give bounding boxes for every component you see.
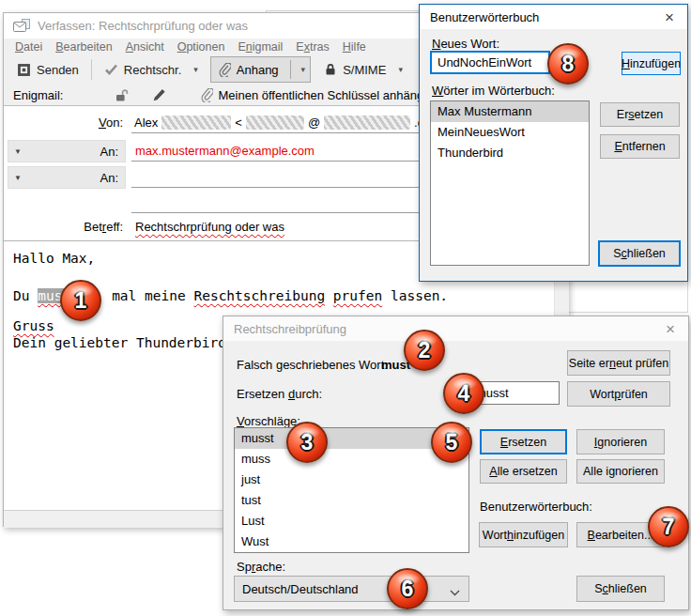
redacted-from-domain — [324, 116, 410, 130]
callout-badge-2: 2 — [404, 330, 445, 371]
recheck-page-button[interactable]: Seite erneut prüfen — [567, 350, 670, 376]
attach-split-divider — [290, 60, 291, 79]
new-word-input[interactable] — [430, 51, 550, 74]
misspelled-word[interactable]: Reschtschreibung — [193, 288, 325, 303]
misspelled-word[interactable]: Gruss — [13, 318, 54, 333]
attach-paperclip-icon — [219, 63, 231, 77]
misspelled-word[interactable]: prufen — [333, 288, 382, 303]
enigmail-lock-open-icon[interactable] — [115, 88, 129, 102]
redacted-from-local — [246, 116, 304, 130]
callout-badge-6: 6 — [387, 568, 428, 609]
callout-badge-8: 8 — [547, 43, 589, 85]
spellcheck-button[interactable]: Rechtschr. — [97, 59, 189, 81]
spellcheck-dialog-titlebar: Rechtschreibprüfung × — [223, 316, 688, 341]
from-label: Von: — [4, 116, 123, 130]
dictionary-replace-button[interactable]: Ersetzen — [600, 102, 680, 127]
spellcheck-icon — [104, 64, 118, 75]
recipient-type-dropdown-2[interactable]: ▼ An: — [8, 166, 126, 189]
send-button[interactable]: Senden — [9, 59, 86, 81]
body-text: Du — [13, 288, 38, 303]
smime-lock-icon — [324, 63, 337, 76]
replace-with-label: Ersetzen durch: — [237, 387, 322, 401]
menu-ansicht[interactable]: Ansicht — [119, 40, 171, 54]
attach-button-label: Anhang — [237, 63, 279, 77]
to-label: An: — [22, 171, 125, 185]
dictionary-dialog-titlebar: Benutzerwörterbuch × — [420, 5, 687, 29]
list-item[interactable]: Wust — [235, 531, 468, 552]
attach-button[interactable]: Anhang ▾ — [210, 56, 311, 83]
redacted-from-name — [161, 116, 231, 130]
add-word-button[interactable]: Hinzufügen — [622, 52, 681, 75]
list-item[interactable]: Lust — [235, 511, 468, 531]
send-icon — [17, 63, 31, 77]
enigmail-label: Enigmail: — [13, 88, 63, 102]
subject-label: Betreff: — [4, 220, 123, 234]
from-angle-open: < — [235, 116, 242, 130]
enigmail-pencil-icon[interactable] — [152, 88, 166, 102]
spellcheck-close-button[interactable]: Schließen — [576, 576, 665, 602]
smime-button[interactable]: S/MIME — [316, 59, 393, 81]
close-icon[interactable]: × — [660, 321, 681, 337]
spellcheck-button-label: Rechtschr. — [124, 63, 181, 77]
menu-enigmail[interactable]: Enigmail — [231, 40, 289, 54]
body-text: mal meine — [112, 288, 193, 303]
chevron-down-icon: ▼ — [8, 147, 22, 156]
language-select-value: Deutsch/Deutschland — [242, 582, 359, 596]
language-label: Sprache: — [237, 560, 285, 574]
callout-badge-5: 5 — [431, 422, 472, 463]
suggestions-label: Vorschläge: — [237, 414, 300, 428]
from-at-sign: @ — [308, 116, 320, 130]
body-text: lassen. — [382, 288, 448, 303]
body-line: Hallo Max, — [13, 251, 95, 266]
dictionary-dialog-title: Benutzerwörterbuch — [430, 10, 659, 24]
dictionary-remove-button[interactable]: Entfernen — [600, 134, 680, 159]
spellcheck-chevron-down-icon[interactable]: ▾ — [189, 65, 203, 74]
dictionary-word-list: Max Mustermann MeinNeuesWort Thunderbird — [430, 100, 590, 266]
from-name: Alex — [134, 116, 158, 130]
toolbar-separator — [91, 59, 92, 80]
spellcheck-dialog-title: Rechtschreibprüfung — [234, 322, 660, 336]
menu-extras[interactable]: Extras — [289, 40, 335, 54]
spellcheck-dialog: Rechtschreibprüfung × Falsch geschrieben… — [223, 316, 689, 610]
callout-badge-1: 1 — [60, 280, 101, 321]
callout-badge-3: 3 — [286, 422, 328, 463]
smime-button-label: S/MIME — [343, 63, 386, 77]
body-line: Dein geliebter Thunderbird — [13, 335, 226, 350]
compose-window-icon — [13, 19, 30, 33]
ignore-button[interactable]: Ignorieren — [576, 429, 665, 454]
compose-window-title: Verfassen: Rechtschrprüfung oder was — [38, 19, 248, 33]
check-word-button[interactable]: Wort prüfen — [567, 381, 670, 407]
replace-all-button[interactable]: Alle ersetzen — [480, 459, 567, 484]
list-item[interactable]: Max Mustermann — [431, 101, 589, 122]
user-dictionary-label: Benutzerwörterbuch: — [480, 500, 592, 514]
callout-badge-7: 7 — [648, 506, 689, 547]
screen: Verfassen: Rechtschrprüfung oder was Dat… — [0, 0, 691, 616]
list-item[interactable]: tust — [235, 490, 468, 511]
menu-bearbeiten[interactable]: Bearbeiten — [49, 40, 118, 54]
chevron-down-icon — [450, 585, 460, 599]
close-icon[interactable]: × — [659, 9, 680, 25]
ignore-all-button[interactable]: Alle ignorieren — [576, 459, 665, 484]
body-text — [325, 288, 333, 303]
attach-chevron-down-icon[interactable]: ▾ — [297, 65, 311, 74]
list-item[interactable]: MeinNeuesWort — [431, 122, 589, 143]
menu-optionen[interactable]: Optionen — [171, 40, 232, 54]
smime-chevron-down-icon[interactable]: ▾ — [393, 65, 407, 74]
add-to-dictionary-button[interactable]: Wort hinzufügen — [479, 522, 568, 547]
dictionary-close-button[interactable]: Schließen — [598, 240, 681, 267]
list-item[interactable]: just — [235, 470, 468, 490]
replace-button[interactable]: Ersetzen — [480, 429, 567, 454]
subject-value[interactable]: Rechtschrprüfung oder was — [135, 220, 284, 234]
misspelled-word-label: Falsch geschriebenes Wort: — [237, 358, 388, 372]
language-select[interactable]: Deutsch/Deutschland — [234, 576, 469, 602]
to-label: An: — [22, 145, 125, 159]
recipient-type-dropdown-1[interactable]: ▼ An: — [8, 140, 126, 162]
list-item[interactable]: Thunderbird — [431, 143, 589, 163]
attach-public-key-label[interactable]: Meinen öffentlichen Schlüssel anhängen — [218, 88, 437, 102]
attach-key-paperclip-icon — [201, 88, 213, 102]
chevron-down-icon: ▼ — [8, 174, 22, 182]
menu-hilfe[interactable]: Hilfe — [336, 40, 373, 54]
menu-datei[interactable]: Datei — [8, 40, 49, 54]
to-address-value[interactable]: max.mustermann@example.com — [135, 144, 315, 158]
words-in-dictionary-label: Wörter im Wörterbuch: — [432, 84, 555, 98]
